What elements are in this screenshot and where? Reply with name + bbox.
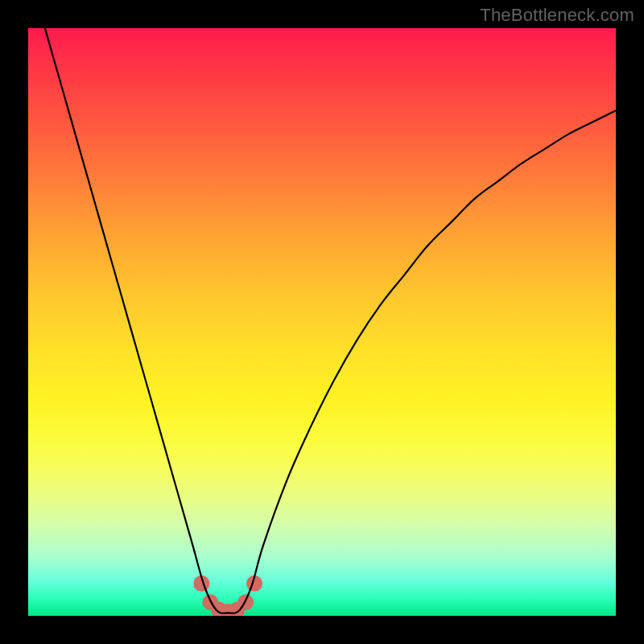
bottom-markers: [193, 576, 262, 616]
plot-area: [28, 28, 616, 616]
chart-frame: TheBottleneck.com: [0, 0, 644, 644]
bottleneck-curve: [28, 28, 616, 613]
curve-layer: [28, 28, 616, 616]
watermark-text: TheBottleneck.com: [480, 5, 634, 26]
